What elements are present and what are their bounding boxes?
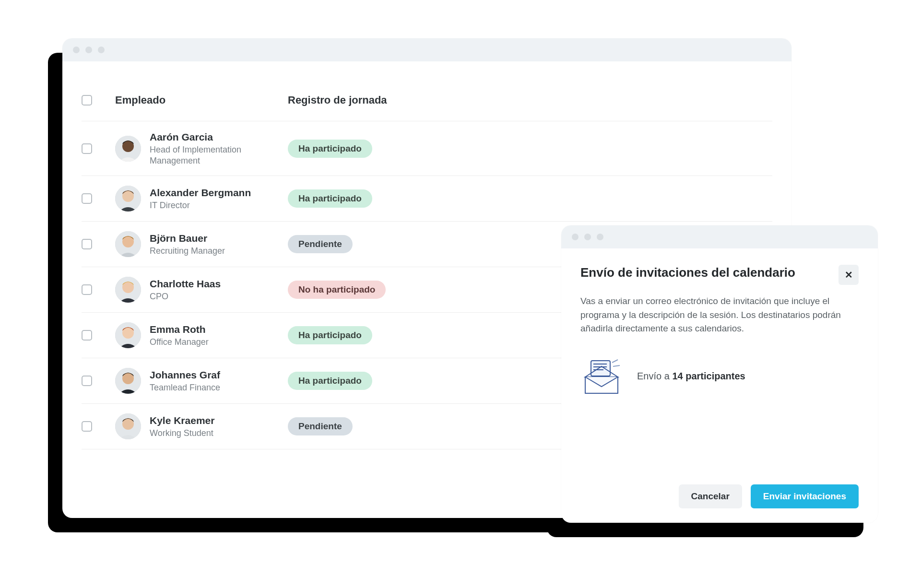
row-checkbox[interactable] — [82, 376, 92, 386]
close-icon: ✕ — [845, 269, 853, 281]
status-badge: Ha participado — [288, 140, 372, 158]
window-dot — [98, 47, 105, 53]
employee-role: Head of Implementation Management — [150, 144, 288, 166]
status-badge: Ha participado — [288, 189, 372, 208]
svg-line-21 — [613, 365, 620, 366]
status-badge: Ha participado — [288, 372, 372, 390]
close-button[interactable]: ✕ — [838, 265, 859, 285]
row-checkbox[interactable] — [82, 143, 92, 154]
row-checkbox[interactable] — [82, 193, 92, 204]
window-dot — [85, 47, 92, 53]
recipients-count: 14 participantes — [672, 371, 745, 381]
window-dot — [584, 234, 591, 240]
window-titlebar — [561, 225, 878, 248]
avatar — [115, 231, 141, 257]
window-dot — [73, 47, 80, 53]
table-row: Alexander Bergmann IT Director Ha partic… — [82, 176, 772, 222]
employee-role: Working Student — [150, 428, 214, 439]
table-header-row: Empleado Registro de jornada — [82, 76, 772, 121]
employee-name: Kyle Kraemer — [150, 414, 214, 427]
status-badge: Pendiente — [288, 235, 353, 253]
send-invitations-modal: Envío de invitaciones del calendario ✕ V… — [561, 225, 878, 523]
avatar — [115, 136, 141, 162]
modal-title: Envío de invitaciones del calendario — [580, 265, 795, 281]
svg-rect-14 — [591, 361, 610, 376]
avatar — [115, 413, 141, 439]
recipients-row: Envío a 14 participantes — [580, 358, 859, 395]
window-titlebar — [62, 38, 791, 61]
mail-icon — [580, 358, 623, 395]
employee-role: CPO — [150, 291, 221, 302]
cancel-button[interactable]: Cancelar — [679, 484, 742, 508]
avatar — [115, 322, 141, 348]
avatar — [115, 368, 141, 394]
status-badge: Pendiente — [288, 417, 353, 435]
avatar — [115, 277, 141, 303]
employee-name: Emma Roth — [150, 323, 209, 336]
row-checkbox[interactable] — [82, 330, 92, 341]
employee-name: Alexander Bergmann — [150, 187, 251, 199]
employee-name: Björn Bauer — [150, 232, 225, 245]
modal-description: Vas a enviar un correo electrónico de in… — [580, 294, 859, 336]
employee-name: Johannes Graf — [150, 369, 220, 381]
employee-role: Office Manager — [150, 337, 209, 348]
window-dot — [572, 234, 579, 240]
send-invitations-button[interactable]: Enviar invitaciones — [751, 484, 859, 508]
employee-role: IT Director — [150, 200, 251, 211]
employee-role: Teamlead Finance — [150, 382, 220, 393]
row-checkbox[interactable] — [82, 284, 92, 295]
status-badge: No ha participado — [288, 281, 386, 299]
recipients-text: Envío a 14 participantes — [637, 371, 745, 382]
row-checkbox[interactable] — [82, 421, 92, 432]
employee-name: Charlotte Haas — [150, 278, 221, 290]
col-header-status: Registro de jornada — [288, 94, 772, 106]
col-header-employee: Empleado — [115, 94, 288, 106]
avatar — [115, 186, 141, 212]
recipients-prefix: Envío a — [637, 371, 672, 381]
select-all-checkbox[interactable] — [82, 95, 92, 106]
svg-line-20 — [612, 360, 618, 363]
window-dot — [597, 234, 603, 240]
row-checkbox[interactable] — [82, 239, 92, 249]
employee-role: Recruiting Manager — [150, 246, 225, 257]
table-row: Aarón Garcia Head of Implementation Mana… — [82, 121, 772, 176]
status-badge: Ha participado — [288, 326, 372, 344]
employee-name: Aarón Garcia — [150, 131, 288, 143]
